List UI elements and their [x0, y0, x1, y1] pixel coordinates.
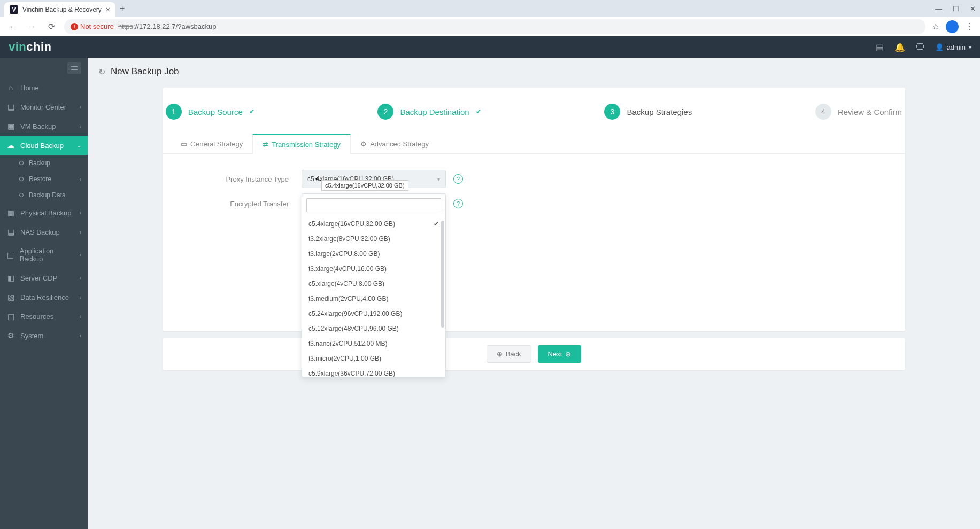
sidebar-item-cloud-backup[interactable]: ☁ Cloud Backup ⌄: [0, 136, 88, 155]
new-tab-button[interactable]: +: [120, 4, 125, 13]
tab-general-strategy[interactable]: ▭ General Strategy: [171, 134, 252, 153]
tab-title: Vinchin Backup & Recovery: [22, 6, 102, 13]
dropdown-option[interactable]: t3.micro(2vCPU,1.00 GB): [302, 351, 445, 366]
nas-icon: ▤: [6, 228, 15, 236]
sidebar-item-server-cdp[interactable]: ◧ Server CDP ‹: [0, 268, 88, 287]
circle-icon: [19, 161, 24, 165]
sidebar-item-system[interactable]: ⚙ System ‹: [0, 326, 88, 345]
tab-close-icon[interactable]: ×: [106, 5, 110, 14]
not-secure-icon: !: [71, 23, 78, 30]
page-title: New Backup Job: [111, 66, 179, 77]
help-icon[interactable]: ?: [453, 199, 463, 208]
user-icon: 👤: [935, 43, 944, 51]
sidebar-sub-backup-data[interactable]: Backup Data: [0, 187, 88, 203]
header-bell-icon[interactable]: 🔔: [894, 42, 905, 52]
sidebar-sub-restore[interactable]: Restore ‹: [0, 171, 88, 187]
scrollbar-thumb[interactable]: [441, 221, 444, 328]
sidebar-item-resources[interactable]: ◫ Resources ‹: [0, 307, 88, 326]
chevron-left-icon: ‹: [80, 229, 81, 235]
dropdown-search-input[interactable]: [306, 198, 441, 212]
dropdown-option[interactable]: t3.xlarge(4vCPU,16.00 GB): [302, 261, 445, 276]
browser-tab[interactable]: V Vinchin Backup & Recovery ×: [4, 2, 115, 17]
chevron-left-icon: ‹: [80, 275, 81, 281]
dropdown-option[interactable]: c5.9xlarge(36vCPU,72.00 GB): [302, 366, 445, 377]
sidebar-item-monitor[interactable]: ▤ Monitor Center ‹: [0, 97, 88, 116]
chevron-left-icon: ‹: [80, 252, 81, 258]
tab-transmission-strategy[interactable]: ⇄ Transmission Strategy: [252, 134, 351, 154]
select-proxy-instance-type[interactable]: c5.4xlarge(16vCPU,32.00 GB) ▾ ↖ c5.4xlar…: [302, 170, 446, 188]
label-proxy-instance-type: Proxy Instance Type: [184, 175, 302, 183]
wizard-footer: ⊕ Back Next ⊕: [163, 338, 905, 370]
sidebar: ⌂ Home ▤ Monitor Center ‹ ▣ VM Backup ‹ …: [0, 58, 88, 529]
chevron-left-icon: ‹: [80, 123, 81, 129]
tooltip: c5.4xlarge(16vCPU,32.00 GB): [321, 180, 408, 191]
cloud-icon: ☁: [6, 141, 15, 150]
header-display-icon[interactable]: 🖵: [916, 42, 924, 52]
sidebar-item-nas[interactable]: ▤ NAS Backup ‹: [0, 222, 88, 242]
dropdown-option[interactable]: c5.xlarge(4vCPU,8.00 GB): [302, 276, 445, 291]
resilience-icon: ▧: [6, 293, 15, 301]
profile-avatar-icon[interactable]: [946, 20, 959, 33]
address-bar[interactable]: ! Not secure https://172.18.22.7/?awsbac…: [64, 19, 925, 34]
dropdown-option[interactable]: t3.large(2vCPU,8.00 GB): [302, 246, 445, 261]
dropdown-option[interactable]: t3.2xlarge(8vCPU,32.00 GB): [302, 231, 445, 246]
window-minimize-icon[interactable]: —: [935, 5, 942, 13]
back-button[interactable]: ⊕ Back: [487, 345, 531, 363]
circle-icon: [19, 193, 24, 197]
row-proxy-instance-type: Proxy Instance Type c5.4xlarge(16vCPU,32…: [184, 170, 884, 188]
tab-advanced-strategy[interactable]: ⚙ Advanced Strategy: [351, 134, 438, 153]
app-header: vinchin ▤ 🔔 🖵 👤 admin ▾: [0, 36, 980, 58]
sidebar-item-vm-backup[interactable]: ▣ VM Backup ‹: [0, 116, 88, 136]
check-icon: ✔: [249, 108, 254, 115]
refresh-icon[interactable]: ↻: [98, 67, 105, 77]
sidebar-sub-backup[interactable]: Backup: [0, 155, 88, 171]
arrow-left-circle-icon: ⊕: [497, 350, 503, 358]
help-icon[interactable]: ?: [453, 174, 463, 184]
dropdown-option[interactable]: c5.12xlarge(48vCPU,96.00 GB): [302, 321, 445, 336]
window-maximize-icon[interactable]: ☐: [953, 5, 959, 13]
header-notes-icon[interactable]: ▤: [876, 42, 884, 52]
resources-icon: ◫: [6, 312, 15, 321]
nav-back-icon[interactable]: ←: [6, 20, 19, 33]
chevron-down-icon: ▾: [969, 44, 971, 50]
home-icon: ⌂: [6, 83, 15, 92]
window-close-icon[interactable]: ✕: [970, 5, 976, 13]
dropdown-options-list[interactable]: c5.4xlarge(16vCPU,32.00 GB)✔ t3.2xlarge(…: [302, 216, 445, 377]
dropdown-option[interactable]: t3.nano(2vCPU,512.00 MB): [302, 336, 445, 351]
step-review-confirm[interactable]: 4 Review & Confirm: [815, 104, 902, 120]
dropdown-option[interactable]: c5.4xlarge(16vCPU,32.00 GB)✔: [302, 216, 445, 231]
strategy-tabs: ▭ General Strategy ⇄ Transmission Strate…: [163, 134, 905, 154]
row-encrypted-transfer: Encrypted Transfer ?: [184, 199, 884, 208]
chevron-left-icon: ‹: [80, 314, 81, 320]
sidebar-item-application[interactable]: ▥ Application Backup ‹: [0, 242, 88, 268]
bookmark-star-icon[interactable]: ☆: [932, 21, 939, 32]
arrow-right-circle-icon: ⊕: [565, 350, 571, 358]
sidebar-item-home[interactable]: ⌂ Home: [0, 78, 88, 97]
nav-reload-icon[interactable]: ⟳: [45, 20, 58, 33]
brand-logo: vinchin: [9, 40, 52, 54]
sidebar-item-physical[interactable]: ▦ Physical Backup ‹: [0, 203, 88, 222]
chevron-left-icon: ‹: [80, 333, 81, 339]
chevron-down-icon: ▾: [437, 176, 440, 182]
chrome-menu-icon[interactable]: ⋮: [965, 21, 974, 32]
sidebar-toggle[interactable]: [0, 58, 88, 78]
browser-toolbar: ← → ⟳ ! Not secure https://172.18.22.7/?…: [0, 17, 980, 36]
user-menu[interactable]: 👤 admin ▾: [935, 43, 971, 51]
wizard-stepper: 1 Backup Source ✔ 2 Backup Destination ✔…: [163, 104, 905, 134]
url-display: https://172.18.22.7/?awsbackup: [118, 22, 217, 30]
page-title-row: ↻ New Backup Job: [98, 66, 969, 77]
check-icon: ✔: [434, 220, 439, 228]
step-backup-destination[interactable]: 2 Backup Destination ✔: [377, 104, 481, 120]
gear-icon: ⚙: [6, 331, 15, 340]
dropdown-option[interactable]: c5.24xlarge(96vCPU,192.00 GB): [302, 306, 445, 321]
nav-forward-icon[interactable]: →: [26, 20, 38, 33]
dropdown-option[interactable]: t3.medium(2vCPU,4.00 GB): [302, 291, 445, 306]
security-indicator[interactable]: ! Not secure: [71, 22, 114, 30]
chevron-left-icon: ‹: [80, 104, 81, 110]
browser-tab-strip: V Vinchin Backup & Recovery × + — ☐ ✕: [0, 0, 980, 17]
monitor-icon: ▤: [6, 103, 15, 111]
next-button[interactable]: Next ⊕: [538, 345, 582, 363]
step-backup-strategies[interactable]: 3 Backup Strategies: [604, 104, 692, 120]
sidebar-item-data-resilience[interactable]: ▧ Data Resilience ‹: [0, 287, 88, 307]
step-backup-source[interactable]: 1 Backup Source ✔: [166, 104, 254, 120]
